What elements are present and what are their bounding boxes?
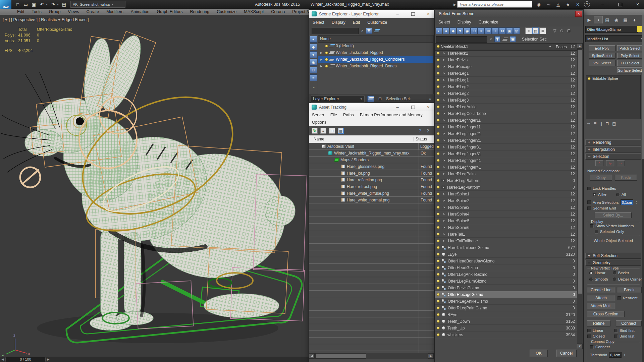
visibility-bulb-icon[interactable] bbox=[437, 246, 440, 249]
scene-object-row[interactable]: ≻HareRLegfinger4112 bbox=[435, 157, 577, 164]
menubar-item-create[interactable]: Create bbox=[83, 9, 103, 14]
menu-select[interactable]: Select bbox=[309, 20, 328, 25]
sign-in-key-icon[interactable]: ⊸ bbox=[545, 1, 552, 8]
menu-edit[interactable]: Edit bbox=[349, 20, 364, 25]
modifier-list-dropdown[interactable]: Modifier List ▼ bbox=[585, 35, 644, 42]
cancel-button[interactable]: Cancel bbox=[556, 350, 577, 357]
maximize-button[interactable] bbox=[409, 104, 417, 110]
visibility-bulb-icon[interactable] bbox=[437, 179, 440, 182]
new-file-icon[interactable]: □ bbox=[15, 1, 21, 7]
visibility-bulb-icon[interactable] bbox=[437, 280, 440, 283]
tab-create-icon[interactable]: ▶ bbox=[585, 16, 594, 23]
spline-subobject-button[interactable]: ∾ bbox=[617, 160, 625, 166]
help-icon[interactable]: ? bbox=[419, 128, 421, 133]
visibility-bulb-icon[interactable] bbox=[437, 239, 440, 242]
paste-button[interactable]: Paste bbox=[615, 175, 637, 181]
scrollbar-thumb[interactable] bbox=[315, 353, 366, 359]
scene-object-row[interactable]: ≻HareRLegCollarbone12 bbox=[435, 110, 577, 117]
display-bones-icon[interactable]: ⋈ bbox=[499, 27, 506, 34]
close-button[interactable]: × bbox=[575, 11, 582, 17]
visibility-bulb-icon[interactable] bbox=[588, 77, 591, 80]
minimize-button[interactable]: – bbox=[393, 11, 401, 17]
scene-object-row[interactable]: ≻HareSpine212 bbox=[435, 197, 577, 204]
scene-object-row[interactable]: ≻HareSpine412 bbox=[435, 211, 577, 218]
scroll-left-arrow[interactable]: ◀ bbox=[309, 353, 315, 359]
cross-section-button[interactable]: Cross Section bbox=[587, 311, 625, 317]
scene-object-row[interactable]: ≻HareRLegfinger3112 bbox=[435, 150, 577, 157]
refresh-icon[interactable]: ↻ bbox=[312, 128, 318, 134]
asset-row[interactable]: Winter_Jackrabbit_Rigged_max_vray.maxOk bbox=[309, 150, 434, 157]
clear-search-icon[interactable]: × bbox=[488, 37, 493, 42]
display-geometry-icon[interactable]: ● bbox=[443, 27, 449, 34]
explorer-mode-dropdown[interactable]: Layer Explorer ▼ bbox=[311, 96, 365, 103]
visibility-bulb-icon[interactable] bbox=[437, 112, 440, 115]
filter-funnel-icon[interactable] bbox=[494, 36, 500, 42]
vertex-subobject-button[interactable]: ∴ bbox=[595, 160, 603, 166]
scene-object-row[interactable]: ≻HareRLegAnkle12 bbox=[435, 104, 577, 110]
visibility-bulb-icon[interactable] bbox=[437, 45, 440, 48]
show-vertex-numbers-checkbox[interactable]: Show Vertex Numbers bbox=[590, 224, 634, 228]
visibility-bulb-icon[interactable] bbox=[437, 306, 440, 309]
scene-object-row[interactable]: ≻HareNeck212 bbox=[435, 50, 577, 57]
asset-row[interactable]: Maps / Shaders bbox=[309, 157, 434, 163]
scene-object-row[interactable]: ≻HareTail112 bbox=[435, 231, 577, 238]
scrollbar-thumb[interactable] bbox=[577, 49, 582, 294]
display-spacewarps-icon[interactable]: ≈ bbox=[478, 27, 485, 34]
visibility-bulb-icon[interactable] bbox=[437, 105, 440, 108]
scene-object-row[interactable]: ≻HareRLegfinger4112 bbox=[435, 164, 577, 171]
visibility-bulb-icon[interactable] bbox=[437, 152, 440, 155]
communication-center-icon[interactable]: ◉ bbox=[535, 1, 542, 8]
display-groups-icon[interactable]: ⊞ bbox=[485, 27, 492, 34]
scene-object-row[interactable]: OtterRLegPalmGizmo0 bbox=[435, 305, 577, 311]
modifier-button-surface-select[interactable]: Surface Select bbox=[617, 67, 643, 73]
asset-tracking-titlebar[interactable]: Asset Tracking – × bbox=[309, 103, 434, 111]
rollout-interpolation[interactable]: +Interpolation bbox=[585, 146, 641, 153]
asset-row[interactable]: Hare_lor.pngFound bbox=[309, 170, 434, 177]
visibility-bulb-icon[interactable] bbox=[437, 125, 440, 128]
modifier-button-edit-poly[interactable]: Edit Poly bbox=[589, 45, 615, 51]
context-help-icon[interactable]: ? bbox=[427, 128, 429, 133]
scene-object-row[interactable]: ≻HareSpine612 bbox=[435, 224, 577, 231]
spinner-arrows[interactable]: ▲▼ bbox=[636, 200, 639, 205]
scene-object-row[interactable]: ≻HareRLeg312 bbox=[435, 97, 577, 104]
layer-row[interactable]: 0 (default) bbox=[318, 43, 433, 49]
display-all-icon[interactable]: ◐ bbox=[436, 27, 442, 34]
tab-modify-icon[interactable]: ◑ bbox=[594, 16, 603, 23]
open-file-icon[interactable]: ▭ bbox=[23, 1, 29, 7]
sync-selection-icon[interactable]: ⊙ bbox=[558, 27, 565, 34]
attach-mult-button[interactable]: Attach Mult. bbox=[587, 303, 615, 309]
expand-arrow-icon[interactable]: ▶ bbox=[319, 58, 323, 61]
maximize-button[interactable] bbox=[616, 1, 625, 7]
visibility-bulb-icon[interactable] bbox=[437, 219, 440, 222]
segment-subobject-button[interactable]: ∿ bbox=[606, 160, 614, 166]
modifier-button-splineselect[interactable]: SplineSelect bbox=[589, 53, 615, 59]
scene-object-row[interactable]: OtterLLegPalmGizmo0 bbox=[435, 278, 577, 285]
scene-object-row[interactable]: LEye3120 bbox=[435, 251, 577, 258]
visibility-bulb-icon[interactable] bbox=[437, 286, 440, 289]
ok-button[interactable]: OK bbox=[530, 350, 548, 357]
scene-object-row[interactable]: HareTailTailboneGizmo672 bbox=[435, 244, 577, 251]
tab-utilities-icon[interactable]: ♦ bbox=[630, 16, 639, 23]
object-name-field[interactable]: OtterRibcageGizmo bbox=[585, 26, 638, 33]
rollout-selection[interactable]: –Selection bbox=[585, 154, 641, 160]
max-logo-icon[interactable]: MAX bbox=[0, 0, 11, 9]
minimize-button[interactable]: – bbox=[393, 104, 401, 110]
pin-stack-icon[interactable]: ⊸ bbox=[587, 121, 590, 126]
remove-modifier-icon[interactable]: ⊟ bbox=[605, 121, 609, 126]
filter-lights-icon[interactable]: ▼ bbox=[310, 51, 317, 58]
display-xrefs-icon[interactable]: ○ bbox=[492, 27, 499, 34]
scene-object-row[interactable]: ≻HareSpine112 bbox=[435, 191, 577, 197]
redo-icon[interactable]: ↷ bbox=[50, 1, 56, 7]
rollout-rendering[interactable]: +Rendering bbox=[585, 139, 641, 145]
visibility-bulb-icon[interactable] bbox=[437, 85, 440, 88]
menubar-item-rendering[interactable]: Rendering bbox=[186, 9, 213, 14]
visibility-bulb-icon[interactable] bbox=[325, 45, 328, 48]
visibility-bulb-icon[interactable] bbox=[325, 65, 328, 68]
asset-row[interactable]: Hare_white_diffuse.pngFound bbox=[309, 190, 434, 197]
minimize-button[interactable]: – bbox=[598, 1, 607, 7]
rail-overflow-chevron[interactable]: » bbox=[310, 85, 317, 89]
spinner-arrows[interactable]: ▲▼ bbox=[624, 352, 627, 357]
tab-hierarchy-icon[interactable]: ▤ bbox=[603, 16, 612, 23]
object-color-swatch[interactable] bbox=[637, 26, 642, 32]
scene-object-row[interactable]: OtterHeadBoneJawGizmo0 bbox=[435, 258, 577, 264]
